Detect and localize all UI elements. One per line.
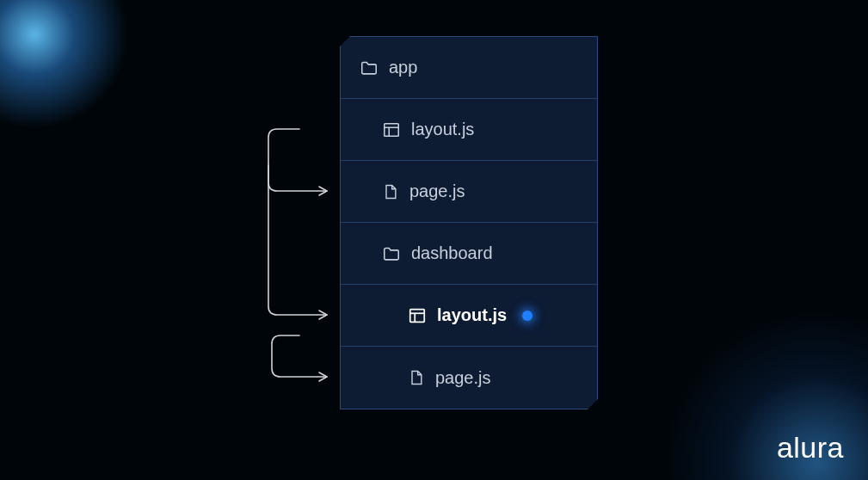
layout-icon: [382, 120, 401, 139]
tree-item-active: layout.js: [341, 285, 597, 347]
active-indicator-dot: [522, 311, 532, 321]
file-icon: [382, 182, 399, 201]
folder-icon: [360, 58, 379, 77]
tree-item: page.js: [341, 347, 597, 409]
layout-icon: [408, 306, 427, 325]
file-icon: [408, 368, 425, 387]
tree-root-label: app: [389, 58, 417, 77]
tree-root: app: [341, 37, 597, 99]
tree-item-label: page.js: [409, 182, 465, 201]
folder-icon: [382, 244, 401, 263]
tree-item-label: layout.js: [411, 120, 474, 139]
file-tree-panel: app layout.js page.js dashboard layout.j…: [340, 36, 598, 409]
tree-item-label: layout.js: [437, 305, 507, 325]
connector-arrows: [215, 36, 340, 440]
tree-item: layout.js: [341, 99, 597, 161]
svg-rect-0: [385, 123, 399, 136]
brand-logo: alura: [777, 431, 844, 465]
tree-item-label: dashboard: [411, 243, 493, 263]
tree-item: page.js: [341, 161, 597, 223]
svg-rect-3: [410, 309, 425, 322]
tree-item-label: page.js: [435, 368, 491, 388]
glow-top-left: [0, 0, 129, 129]
tree-item: dashboard: [341, 223, 597, 285]
